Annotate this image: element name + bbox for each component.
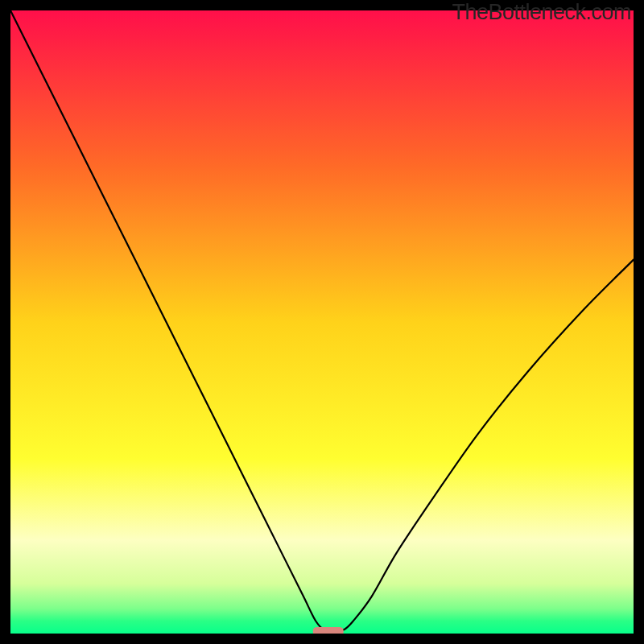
gradient-background <box>10 10 634 634</box>
minimum-marker <box>313 627 344 634</box>
chart-frame: TheBottleneck.com <box>0 0 644 644</box>
plot-area <box>10 10 634 634</box>
bottleneck-chart <box>10 10 634 634</box>
